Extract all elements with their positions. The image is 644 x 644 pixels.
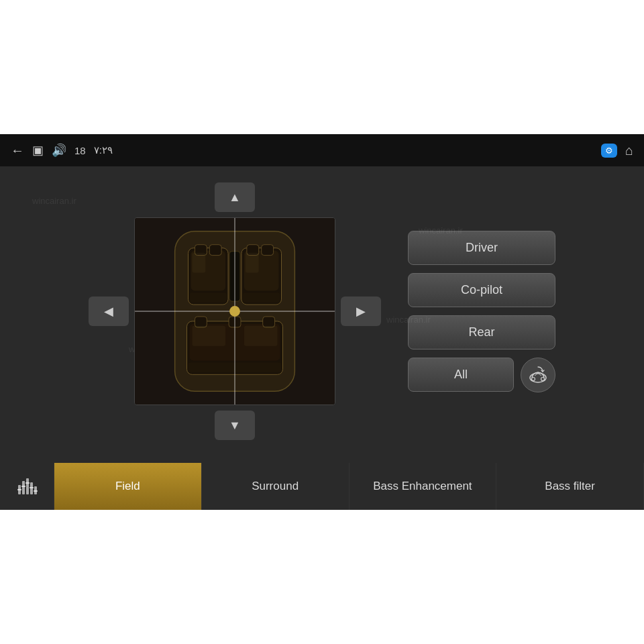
equalizer-icon-tab[interactable] [0,463,54,510]
svg-rect-6 [209,245,221,256]
svg-rect-19 [192,253,205,273]
window-icon: ▣ [32,143,44,158]
bottom-white-area [0,510,644,644]
status-bar: ← ▣ 🔊 18 ۷:۲۹ ⚙ ⌂ [0,134,644,166]
up-arrow-button[interactable]: ▲ [215,182,255,212]
all-button[interactable]: All [408,358,514,392]
back-icon[interactable]: ← [11,143,24,158]
car-image-box[interactable] [134,217,335,405]
svg-rect-16 [195,317,207,327]
svg-rect-38 [34,490,38,492]
right-panel: Driver Co-pilot Rear All [408,231,555,392]
svg-point-25 [229,306,240,317]
svg-rect-9 [243,292,280,303]
svg-rect-35 [21,486,25,487]
svg-rect-11 [262,245,274,256]
down-arrow-button[interactable]: ▼ [215,411,255,440]
svg-rect-18 [263,317,275,327]
volume-icon: 🔊 [52,143,66,158]
car-icon-button[interactable] [521,358,555,392]
right-arrow-button[interactable]: ▶ [341,297,381,326]
left-arrow-button[interactable]: ◀ [89,297,129,326]
svg-rect-20 [246,253,259,273]
all-row: All [408,358,555,392]
svg-rect-21 [192,326,225,346]
svg-rect-4 [189,292,227,303]
rear-button[interactable]: Rear [408,315,555,350]
sound-field-container: ▲ ◀ [89,182,555,440]
svg-rect-31 [26,478,29,494]
top-white-area [0,0,644,134]
svg-rect-22 [244,326,278,346]
svg-rect-36 [25,482,30,484]
car-seats-svg [135,218,335,405]
field-tab[interactable]: Field [54,463,202,510]
watermark-1: wincairan.ir [32,196,76,206]
home-icon[interactable]: ⌂ [625,143,633,158]
driver-button[interactable]: Driver [408,231,555,265]
status-bar-left: ← ▣ 🔊 18 ۷:۲۹ [11,143,113,158]
surround-tab[interactable]: Surround [202,463,350,510]
copilot-button[interactable]: Co-pilot [408,273,555,307]
car-svg-icon [527,364,549,386]
svg-rect-34 [17,489,21,490]
settings-icon[interactable]: ⚙ [601,144,617,158]
svg-point-27 [532,377,535,380]
svg-rect-30 [22,481,25,494]
svg-rect-37 [30,487,34,488]
status-bar-right: ⚙ ⌂ [601,143,633,158]
main-content: wincairan.ir wincairan.ir wincairan.ir w… [0,166,644,463]
time-value: ۷:۲۹ [94,144,113,156]
field-row: ◀ [89,217,381,405]
svg-point-28 [541,377,545,380]
field-controls: ▲ ◀ [89,182,381,440]
bass-filter-tab[interactable]: Bass filter [496,463,644,510]
bass-enhancement-tab[interactable]: Bass Enhancement [350,463,497,510]
equalizer-svg [16,476,38,497]
tab-bar: Field Surround Bass Enhancement Bass fil… [0,463,644,510]
volume-value: 18 [74,145,86,156]
